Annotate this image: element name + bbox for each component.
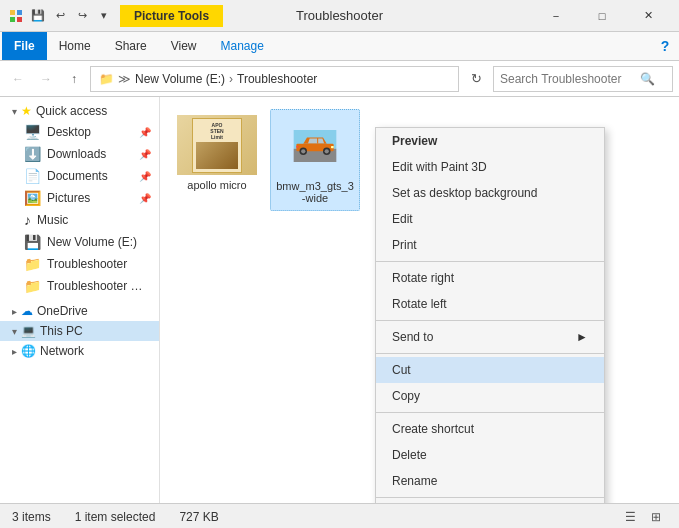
sidebar-troubleshooter-wo-label: Troubleshooter Wo...	[47, 279, 151, 293]
ctx-divider3	[376, 353, 604, 354]
ctx-delete-label: Delete	[392, 448, 427, 462]
sidebar-desktop-label: Desktop	[47, 125, 91, 139]
svg-rect-2	[10, 17, 15, 22]
status-selected: 1 item selected	[75, 510, 156, 524]
apollo-book: APOSTENLimit	[192, 118, 242, 173]
save-icon[interactable]: 💾	[30, 8, 46, 24]
ctx-preview[interactable]: Preview	[376, 128, 604, 154]
main-layout: ▾ ★ Quick access 🖥️ Desktop 📌 ⬇️ Downloa…	[0, 97, 679, 503]
sidebar-item-desktop[interactable]: 🖥️ Desktop 📌	[0, 121, 159, 143]
ribbon: File Home Share View Manage ?	[0, 32, 679, 61]
ctx-create-shortcut-label: Create shortcut	[392, 422, 474, 436]
ctx-rename-label: Rename	[392, 474, 437, 488]
ctx-rotate-right[interactable]: Rotate right	[376, 265, 604, 291]
close-button[interactable]: ✕	[625, 0, 671, 32]
title-bar: 💾 ↩ ↪ ▾ Picture Tools Troubleshooter − □…	[0, 0, 679, 32]
help-button[interactable]: ?	[651, 32, 679, 60]
ctx-properties[interactable]: Properties	[376, 501, 604, 503]
ctx-rotate-left-label: Rotate left	[392, 297, 447, 311]
ctx-set-desktop-bg-label: Set as desktop background	[392, 186, 537, 200]
forward-button[interactable]: →	[34, 67, 58, 91]
folder-icon: 📁	[24, 256, 41, 272]
path-volume: New Volume (E:)	[135, 72, 225, 86]
maximize-button[interactable]: □	[579, 0, 625, 32]
tab-share[interactable]: Share	[103, 32, 159, 60]
search-input[interactable]	[500, 72, 640, 86]
sidebar-item-music[interactable]: ♪ Music	[0, 209, 159, 231]
sidebar-onedrive[interactable]: ▸ ☁ OneDrive	[0, 301, 159, 321]
submenu-arrow-icon: ►	[576, 330, 588, 344]
ctx-rename[interactable]: Rename	[376, 468, 604, 494]
ctx-create-shortcut[interactable]: Create shortcut	[376, 416, 604, 442]
ctx-divider1	[376, 261, 604, 262]
ctx-cut[interactable]: Cut	[376, 357, 604, 383]
title-bar-icons: 💾 ↩ ↪ ▾	[8, 8, 112, 24]
file-name-apollo: apollo micro	[187, 179, 246, 191]
sidebar-item-documents[interactable]: 📄 Documents 📌	[0, 165, 159, 187]
ctx-set-desktop-bg[interactable]: Set as desktop background	[376, 180, 604, 206]
details-view-button[interactable]: ☰	[619, 506, 641, 528]
pin-icon4: 📌	[139, 193, 151, 204]
back-button[interactable]: ←	[6, 67, 30, 91]
tab-manage[interactable]: Manage	[209, 32, 276, 60]
pictures-icon: 🖼️	[24, 190, 41, 206]
refresh-button[interactable]: ↻	[463, 66, 489, 92]
sidebar-item-pictures[interactable]: 🖼️ Pictures 📌	[0, 187, 159, 209]
ctx-divider2	[376, 320, 604, 321]
sidebar-documents-label: Documents	[47, 169, 108, 183]
tab-home[interactable]: Home	[47, 32, 103, 60]
ctx-send-to-label: Send to	[392, 330, 433, 344]
ctx-edit[interactable]: Edit	[376, 206, 604, 232]
ctx-copy[interactable]: Copy	[376, 383, 604, 409]
up-button[interactable]: ↑	[62, 67, 86, 91]
path-folder-icon: 📁	[99, 72, 114, 86]
picture-tools-tab[interactable]: Picture Tools	[120, 5, 223, 27]
sidebar-item-troubleshooter[interactable]: 📁 Troubleshooter	[0, 253, 159, 275]
ctx-delete[interactable]: Delete	[376, 442, 604, 468]
status-size: 727 KB	[179, 510, 218, 524]
ctx-edit-paint3d[interactable]: Edit with Paint 3D	[376, 154, 604, 180]
ctx-rotate-left[interactable]: Rotate left	[376, 291, 604, 317]
pin-icon3: 📌	[139, 171, 151, 182]
ctx-preview-label: Preview	[392, 134, 437, 148]
ctx-send-to[interactable]: Send to ►	[376, 324, 604, 350]
tab-view[interactable]: View	[159, 32, 209, 60]
tab-file[interactable]: File	[2, 32, 47, 60]
downloads-icon: ⬇️	[24, 146, 41, 162]
sidebar-newvolume-label: New Volume (E:)	[47, 235, 137, 249]
ribbon-tabs: File Home Share View Manage ?	[0, 32, 679, 60]
window-icon	[8, 8, 24, 24]
music-icon: ♪	[24, 212, 31, 228]
pin-icon: 📌	[139, 127, 151, 138]
ctx-divider4	[376, 412, 604, 413]
desktop-icon: 🖥️	[24, 124, 41, 140]
bmw-car-image	[280, 130, 350, 162]
address-path[interactable]: 📁 ≫ New Volume (E:) › Troubleshooter	[90, 66, 459, 92]
svg-point-8	[301, 149, 305, 153]
sidebar-thispc-label: This PC	[40, 324, 83, 338]
sidebar-item-downloads[interactable]: ⬇️ Downloads 📌	[0, 143, 159, 165]
apollo-title: APOSTENLimit	[210, 122, 223, 140]
redo-icon[interactable]: ↪	[74, 8, 90, 24]
sidebar-item-newvolume[interactable]: 💾 New Volume (E:)	[0, 231, 159, 253]
file-item-bmw[interactable]: bmw_m3_gts_3-wide	[270, 109, 360, 211]
star-icon: ★	[21, 104, 32, 118]
tiles-view-button[interactable]: ⊞	[645, 506, 667, 528]
sidebar-quick-access[interactable]: ▾ ★ Quick access	[0, 101, 159, 121]
svg-point-10	[325, 149, 329, 153]
search-icon: 🔍	[640, 72, 655, 86]
sidebar-item-troubleshooter-wo[interactable]: 📁 Troubleshooter Wo...	[0, 275, 159, 297]
minimize-button[interactable]: −	[533, 0, 579, 32]
ctx-print[interactable]: Print	[376, 232, 604, 258]
sidebar-downloads-label: Downloads	[47, 147, 106, 161]
undo-icon[interactable]: ↩	[52, 8, 68, 24]
sidebar-thispc[interactable]: ▾ 💻 This PC	[0, 321, 159, 341]
svg-rect-3	[17, 17, 22, 22]
dropdown-icon[interactable]: ▾	[96, 8, 112, 24]
file-item-apollo[interactable]: APOSTENLimit apollo micro	[172, 109, 262, 197]
search-box[interactable]: 🔍	[493, 66, 673, 92]
ctx-rotate-right-label: Rotate right	[392, 271, 454, 285]
sidebar-onedrive-label: OneDrive	[37, 304, 88, 318]
sidebar-network[interactable]: ▸ 🌐 Network	[0, 341, 159, 361]
chevron-down-icon2: ▾	[12, 326, 17, 337]
